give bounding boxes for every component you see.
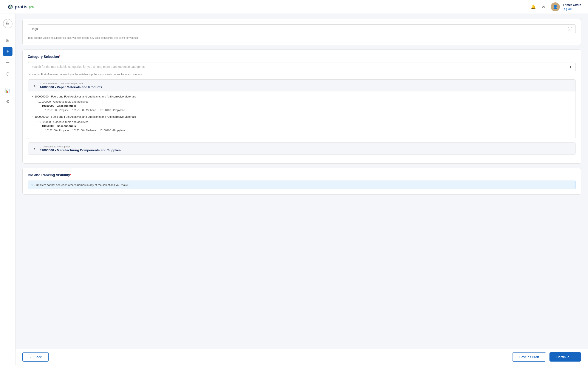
category-tags-row-1: 10150100 - Propane 10150100 - Methane 10… <box>45 109 571 112</box>
category-search-arrow-icon: ▶ <box>570 65 572 69</box>
sidebar: 🏛 ⊞ + ☰ ⬡ 📊 ⚙ <box>0 14 15 365</box>
category-group-2-header[interactable]: ▼ C. Components and Supplies 31000000 - … <box>28 143 575 154</box>
category-group-1-header[interactable]: ▲ A. Raw Materials, Chemicals, Paper, Fu… <box>28 80 575 91</box>
category-group-2-title: 31000000 - Manufacturing Components and … <box>40 148 121 152</box>
user-name: Ahmet Yavuz <box>562 3 581 7</box>
sidebar-item-list[interactable]: ☰ <box>3 58 13 67</box>
save-draft-button[interactable]: Save as Draft <box>512 352 546 362</box>
category-l1-1-text: 100000000 - Fuels and Fuel Additives and… <box>35 95 136 98</box>
tags-field-label: Tags <box>31 27 38 31</box>
bid-hint: ℹ Suppliers cannot see each other's name… <box>28 181 576 189</box>
continue-button-label: Continue <box>556 355 569 359</box>
bottom-bar: ← Back Save as Draft Continue → <box>15 349 588 365</box>
category-item-2: • 100000000 - Fuels and Fuel Additives a… <box>32 115 571 132</box>
category-group-1-toggle[interactable]: ▲ <box>32 83 37 88</box>
category-required-mark: * <box>59 55 60 58</box>
notification-icon[interactable]: 🔔 <box>530 4 536 10</box>
category-group-2: ▼ C. Components and Supplies 31000000 - … <box>28 142 576 155</box>
bid-hint-icon: ℹ <box>31 183 33 187</box>
bid-required-mark: * <box>70 173 71 177</box>
category-card: Category Selection* Search for the mot s… <box>22 49 581 164</box>
category-hint: In order for PratisPro to recommend you … <box>28 73 576 76</box>
category-tag-methane-1[interactable]: 10150100 - Methane <box>72 109 96 112</box>
category-group-2-parent: C. Components and Supplies <box>40 145 121 148</box>
bullet-2: • <box>32 115 33 119</box>
category-tag-propylene-2[interactable]: 10150100 - Propylene <box>99 129 125 132</box>
continue-arrow-icon: → <box>571 355 574 359</box>
category-search-text: Search for the mot suitable categories f… <box>31 65 145 69</box>
back-button-label: Back <box>35 355 42 359</box>
category-tag-propylene-1[interactable]: 10150100 - Propylene <box>99 109 125 112</box>
category-tag-propane-2[interactable]: 10150100 - Propane <box>45 129 69 132</box>
user-details: Ahmet Yavuz Log Out <box>562 3 581 10</box>
continue-button[interactable]: Continue → <box>549 352 581 362</box>
sidebar-divider-2 <box>4 82 11 82</box>
tags-card: Tags i Tags are not visible to supplier … <box>22 19 581 45</box>
category-group-1-info: A. Raw Materials, Chemicals, Paper, Fuel… <box>40 82 102 89</box>
user-info: 👤 Ahmet Yavuz Log Out <box>551 2 581 11</box>
logout-link[interactable]: Log Out <box>562 7 572 11</box>
category-group-1: ▲ A. Raw Materials, Chemicals, Paper, Fu… <box>28 79 576 139</box>
category-group-1-parent: A. Raw Materials, Chemicals, Paper, Fuel <box>40 82 102 85</box>
mail-icon[interactable]: ✉ <box>540 4 546 10</box>
category-tags-row-2: 10150100 - Propane 10150100 - Methane 10… <box>45 129 571 132</box>
category-group-1-title: 14000000 - Paper Materials and Products <box>40 85 102 89</box>
bottom-right-buttons: Save as Draft Continue → <box>512 352 581 362</box>
category-l3-2: 10150000 - Gaseous fuels <box>42 124 571 128</box>
tags-input-field[interactable]: Tags i <box>28 24 576 33</box>
category-section-title: Category Selection* <box>28 55 576 59</box>
logo-pro-text: pro <box>29 5 34 9</box>
sidebar-divider-1 <box>4 32 11 32</box>
sidebar-item-cube[interactable]: ⬡ <box>3 69 13 78</box>
category-l2-1: 10100000 - Gaseous fuels and additives <box>38 100 571 103</box>
bid-hint-text: Suppliers cannot see each other's names … <box>35 183 129 187</box>
category-group-2-info: C. Components and Supplies 31000000 - Ma… <box>40 145 121 152</box>
category-group-1-body: • 100000000 - Fuels and Fuel Additives a… <box>28 91 575 139</box>
tags-info-icon: i <box>568 27 572 31</box>
category-group-2-toggle[interactable]: ▼ <box>32 146 37 151</box>
sidebar-item-chart[interactable]: 📊 <box>3 86 13 95</box>
category-l3-1: 10150000 - Gaseous fuels <box>42 104 571 107</box>
bid-section-title: Bid and Ranking Visibility* <box>28 173 576 177</box>
category-tag-methane-2[interactable]: 10150100 - Methane <box>72 129 96 132</box>
logo-pratis-text: pratis <box>15 4 28 10</box>
logo: pratispro <box>7 3 34 10</box>
logo-icon <box>7 3 14 10</box>
back-button[interactable]: ← Back <box>22 352 49 362</box>
category-item-1: • 100000000 - Fuels and Fuel Additives a… <box>32 95 571 112</box>
app-header: pratispro 🔔 ✉ 👤 Ahmet Yavuz Log Out <box>0 0 588 14</box>
sidebar-item-bank[interactable]: 🏛 <box>3 19 13 28</box>
sidebar-item-add[interactable]: + <box>3 47 13 56</box>
category-tag-propane-1[interactable]: 10150100 - Propane <box>45 109 69 112</box>
main-content: Tags i Tags are not visible to supplier … <box>15 14 588 365</box>
back-arrow-icon: ← <box>29 355 33 359</box>
sidebar-item-grid[interactable]: ⊞ <box>3 35 13 45</box>
category-l2-2: 10100000 - Gaseous fuels and additives <box>38 120 571 124</box>
avatar: 👤 <box>551 2 560 11</box>
category-l1-2-text: 100000000 - Fuels and Fuel Additives and… <box>35 115 136 118</box>
header-right: 🔔 ✉ 👤 Ahmet Yavuz Log Out <box>530 2 581 11</box>
bullet-1: • <box>32 95 33 98</box>
category-search-bar[interactable]: Search for the mot suitable categories f… <box>28 62 576 71</box>
category-l1-1: • 100000000 - Fuels and Fuel Additives a… <box>32 95 571 98</box>
category-l1-2: • 100000000 - Fuels and Fuel Additives a… <box>32 115 571 119</box>
bid-card: Bid and Ranking Visibility* ℹ Suppliers … <box>22 168 581 195</box>
tags-hint: Tags are not visible to supplier so that… <box>28 36 576 40</box>
sidebar-item-settings[interactable]: ⚙ <box>3 97 13 106</box>
